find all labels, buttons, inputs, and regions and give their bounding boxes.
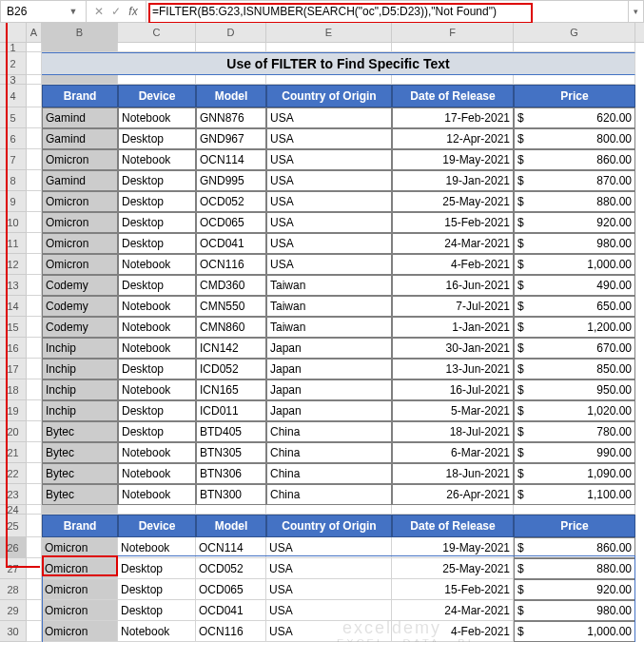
brand-cell[interactable]: Omicron — [42, 621, 118, 642]
cell[interactable] — [118, 505, 196, 515]
model-cell[interactable]: OCD041 — [196, 233, 266, 254]
cell[interactable] — [27, 43, 42, 52]
model-cell[interactable]: BTD405 — [196, 421, 266, 442]
cell[interactable] — [266, 505, 392, 515]
model-cell[interactable]: ICD052 — [196, 359, 266, 379]
row-header[interactable]: 11 — [0, 233, 27, 254]
row-header[interactable]: 29 — [0, 600, 27, 621]
cell[interactable] — [27, 537, 42, 558]
model-cell[interactable]: GND995 — [196, 170, 266, 191]
cell[interactable] — [27, 75, 42, 85]
row-header[interactable]: 21 — [0, 442, 27, 463]
country-cell[interactable]: USA — [266, 233, 392, 254]
row-header[interactable]: 10 — [0, 212, 27, 233]
brand-cell[interactable]: Gamind — [42, 128, 118, 149]
date-cell[interactable]: 4-Feb-2021 — [392, 621, 514, 642]
date-cell[interactable]: 30-Jan-2021 — [392, 338, 514, 359]
cell[interactable] — [392, 43, 514, 52]
cell[interactable] — [27, 296, 42, 317]
row-header[interactable]: 15 — [0, 317, 27, 338]
date-cell[interactable]: 19-Jan-2021 — [392, 170, 514, 191]
cell[interactable] — [514, 75, 635, 85]
row-header[interactable]: 8 — [0, 170, 27, 191]
country-cell[interactable]: USA — [266, 558, 392, 579]
row-header[interactable]: 14 — [0, 296, 27, 317]
country-cell[interactable]: USA — [266, 149, 392, 170]
country-cell[interactable]: China — [266, 442, 392, 463]
date-cell[interactable]: 16-Jun-2021 — [392, 275, 514, 296]
col-header-c[interactable]: C — [118, 23, 196, 42]
cell[interactable] — [27, 317, 42, 338]
cell[interactable] — [42, 43, 118, 52]
formula-input[interactable]: =FILTER(B5:G23,ISNUMBER(SEARCH("oc",D5:D… — [152, 5, 622, 18]
date-cell[interactable]: 19-May-2021 — [392, 537, 514, 558]
brand-cell[interactable]: Omicron — [42, 149, 118, 170]
date-cell[interactable]: 16-Jul-2021 — [392, 379, 514, 400]
col-header-f[interactable]: F — [392, 23, 514, 42]
model-cell[interactable]: OCN116 — [196, 254, 266, 275]
device-cell[interactable]: Notebook — [118, 537, 196, 558]
col-header-e[interactable]: E — [266, 23, 392, 42]
price-cell[interactable]: $670.00 — [514, 338, 635, 359]
model-cell[interactable]: OCN114 — [196, 149, 266, 170]
cell[interactable] — [27, 421, 42, 442]
brand-cell[interactable]: Omicron — [42, 558, 118, 579]
date-cell[interactable]: 24-Mar-2021 — [392, 600, 514, 621]
cell[interactable] — [27, 600, 42, 621]
price-cell[interactable]: $1,100.00 — [514, 484, 635, 505]
model-cell[interactable]: OCD065 — [196, 579, 266, 600]
name-box[interactable]: B26 ▼ — [1, 1, 87, 22]
cell[interactable] — [514, 505, 635, 515]
cell[interactable] — [27, 212, 42, 233]
country-cell[interactable]: USA — [266, 600, 392, 621]
country-cell[interactable]: USA — [266, 212, 392, 233]
cell[interactable] — [118, 43, 196, 52]
brand-cell[interactable]: Codemy — [42, 296, 118, 317]
device-cell[interactable]: Desktop — [118, 275, 196, 296]
model-cell[interactable]: CMN860 — [196, 317, 266, 338]
device-cell[interactable]: Desktop — [118, 212, 196, 233]
cell[interactable] — [27, 621, 42, 642]
price-cell[interactable]: $490.00 — [514, 275, 635, 296]
row-header[interactable]: 13 — [0, 275, 27, 296]
price-cell[interactable]: $980.00 — [514, 600, 635, 621]
country-cell[interactable]: China — [266, 463, 392, 484]
cell[interactable] — [27, 85, 42, 107]
cell[interactable] — [27, 558, 42, 579]
date-cell[interactable]: 6-Mar-2021 — [392, 442, 514, 463]
row-header[interactable]: 28 — [0, 579, 27, 600]
date-cell[interactable]: 19-May-2021 — [392, 149, 514, 170]
brand-cell[interactable]: Omicron — [42, 537, 118, 558]
date-cell[interactable]: 12-Apr-2021 — [392, 128, 514, 149]
price-cell[interactable]: $650.00 — [514, 296, 635, 317]
col-header-g[interactable]: G — [514, 23, 635, 42]
country-cell[interactable]: USA — [266, 191, 392, 212]
brand-cell[interactable]: Bytec — [42, 484, 118, 505]
price-cell[interactable]: $950.00 — [514, 379, 635, 400]
cell[interactable] — [27, 52, 42, 75]
chevron-down-icon[interactable]: ▼ — [67, 5, 80, 18]
country-cell[interactable]: USA — [266, 128, 392, 149]
model-cell[interactable]: OCD052 — [196, 191, 266, 212]
date-cell[interactable]: 18-Jul-2021 — [392, 421, 514, 442]
country-cell[interactable]: China — [266, 421, 392, 442]
row-header[interactable]: 22 — [0, 463, 27, 484]
cell[interactable] — [27, 107, 42, 128]
price-cell[interactable]: $920.00 — [514, 212, 635, 233]
row-header[interactable]: 17 — [0, 359, 27, 379]
cell[interactable] — [42, 505, 118, 515]
country-cell[interactable]: Japan — [266, 379, 392, 400]
model-cell[interactable]: GND967 — [196, 128, 266, 149]
date-cell[interactable]: 24-Mar-2021 — [392, 233, 514, 254]
date-cell[interactable]: 18-Jun-2021 — [392, 463, 514, 484]
row-header[interactable]: 4 — [0, 85, 27, 107]
cell[interactable] — [392, 75, 514, 85]
device-cell[interactable]: Desktop — [118, 233, 196, 254]
price-cell[interactable]: $880.00 — [514, 191, 635, 212]
date-cell[interactable]: 15-Feb-2021 — [392, 212, 514, 233]
device-cell[interactable]: Desktop — [118, 400, 196, 421]
brand-cell[interactable]: Omicron — [42, 191, 118, 212]
row-header[interactable]: 12 — [0, 254, 27, 275]
chevron-down-icon[interactable]: ▾ — [628, 1, 643, 22]
price-cell[interactable]: $1,090.00 — [514, 463, 635, 484]
